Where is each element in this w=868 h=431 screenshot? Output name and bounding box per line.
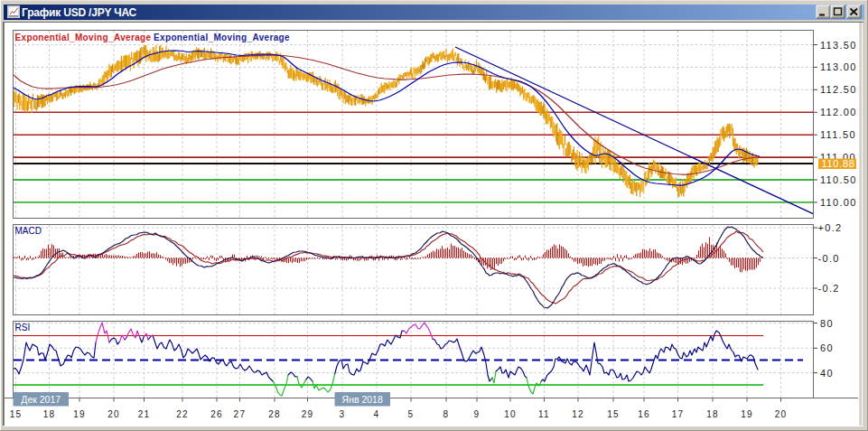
svg-text:111.50: 111.50 <box>820 129 856 140</box>
svg-text:-0.2: -0.2 <box>818 283 840 294</box>
svg-text:60: 60 <box>820 342 834 353</box>
svg-text:112.50: 112.50 <box>820 84 857 95</box>
svg-text:18: 18 <box>706 409 719 419</box>
svg-text:5: 5 <box>408 409 415 419</box>
svg-text:Exponential_Moving_Average: Exponential_Moving_Average <box>15 33 152 42</box>
svg-text:15: 15 <box>10 409 23 419</box>
svg-text:MACD: MACD <box>15 226 42 236</box>
svg-text:11: 11 <box>538 409 550 419</box>
svg-text:22: 22 <box>176 409 189 419</box>
svg-text:29: 29 <box>302 409 314 419</box>
svg-text:20: 20 <box>775 409 788 419</box>
svg-text:19: 19 <box>741 409 753 419</box>
svg-text:110.50: 110.50 <box>820 174 857 185</box>
svg-text:Янв 2018: Янв 2018 <box>342 394 383 405</box>
svg-text:-0.0: -0.0 <box>818 253 840 264</box>
svg-text:RSI: RSI <box>15 323 31 333</box>
svg-text:40: 40 <box>820 368 834 379</box>
svg-text:+0.2: +0.2 <box>818 222 843 233</box>
svg-text:80: 80 <box>820 318 834 329</box>
svg-text:20: 20 <box>107 409 120 419</box>
svg-text:16: 16 <box>638 409 650 419</box>
svg-text:Exponential_Moving_Average: Exponential_Moving_Average <box>154 33 290 42</box>
svg-text:27: 27 <box>234 409 247 419</box>
svg-text:18: 18 <box>43 409 56 419</box>
svg-text:112.00: 112.00 <box>820 107 857 117</box>
svg-text:113.50: 113.50 <box>820 40 857 51</box>
svg-text:График USD /JPY ЧАС: График USD /JPY ЧАС <box>22 6 137 19</box>
svg-text:110.88: 110.88 <box>822 158 855 169</box>
svg-text:110.00: 110.00 <box>820 197 857 208</box>
svg-text:28: 28 <box>268 409 281 419</box>
svg-text:113.00: 113.00 <box>820 61 857 72</box>
svg-text:21: 21 <box>138 409 151 419</box>
svg-text:12: 12 <box>572 409 584 419</box>
svg-text:4: 4 <box>374 409 380 419</box>
svg-text:26: 26 <box>210 409 223 419</box>
svg-text:10: 10 <box>504 409 517 419</box>
svg-text:3: 3 <box>340 409 346 419</box>
svg-text:Дек 2017: Дек 2017 <box>21 394 61 405</box>
svg-text:9: 9 <box>474 409 481 419</box>
svg-text:15: 15 <box>607 409 620 419</box>
svg-text:17: 17 <box>672 409 685 419</box>
svg-text:19: 19 <box>73 409 86 419</box>
svg-text:8: 8 <box>443 409 450 419</box>
